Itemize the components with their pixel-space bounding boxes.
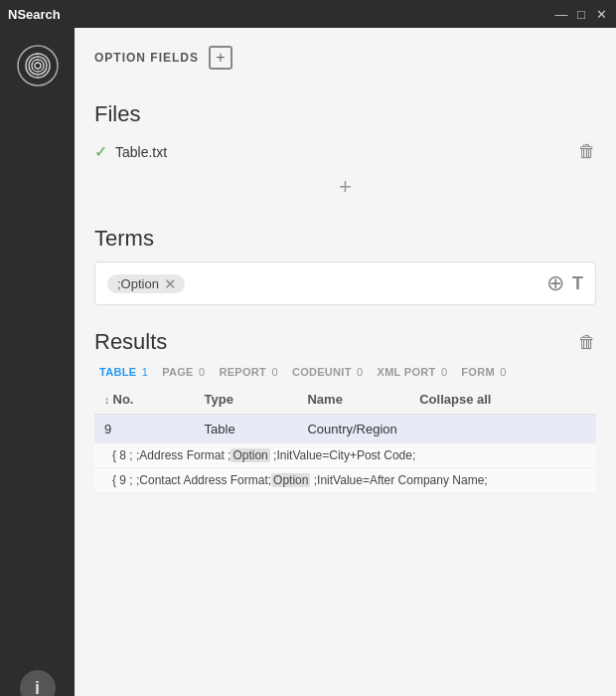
- row-name: Country/Region: [297, 415, 596, 444]
- results-table: ↕ No. Type Name Collapse all 9 Table: [94, 385, 596, 493]
- restore-button[interactable]: □: [574, 7, 588, 21]
- clear-results-button[interactable]: 🗑: [578, 332, 596, 353]
- sidebar: i: [0, 28, 75, 696]
- delete-file-button[interactable]: 🗑: [578, 141, 596, 162]
- tab-report[interactable]: REPORT 0: [214, 363, 282, 381]
- svg-point-0: [18, 46, 58, 86]
- tab-page[interactable]: PAGE 0: [157, 363, 210, 381]
- highlight-option-2: Option: [271, 473, 310, 487]
- collapse-all-button[interactable]: Collapse all: [409, 385, 596, 415]
- table-row[interactable]: 9 Table Country/Region: [94, 415, 596, 444]
- sort-icon: ↕: [104, 394, 110, 406]
- terms-section-title: Terms: [94, 226, 596, 252]
- add-term-button[interactable]: ⊕: [546, 270, 564, 296]
- terms-box: ;Option ✕ ⊕ T: [94, 261, 596, 305]
- col-no: ↕ No.: [94, 385, 195, 415]
- detail-row: { 8 ; ;Address Format ;Option ;InitValue…: [94, 443, 596, 468]
- files-section-title: Files: [94, 101, 596, 127]
- option-fields-label: OPTION FIELDS: [94, 51, 199, 65]
- terms-actions: ⊕ T: [546, 270, 583, 296]
- highlight-option-1: Option: [231, 448, 269, 462]
- file-row-left: ✓ Table.txt: [94, 142, 167, 161]
- col-name: Name: [297, 385, 409, 415]
- add-icon: +: [216, 50, 225, 66]
- check-icon: ✓: [94, 142, 107, 161]
- filter-tabs: TABLE 1 PAGE 0 REPORT 0 CODEUNIT 0 XML P…: [94, 363, 596, 381]
- detail-row: { 9 ; ;Contact Address Format;Option ;In…: [94, 468, 596, 493]
- add-option-fields-button[interactable]: +: [209, 46, 232, 70]
- detail-text: { 9 ; ;Contact Address Format;Option ;In…: [94, 468, 596, 493]
- remove-term-button[interactable]: ✕: [164, 276, 177, 291]
- tab-codeunit[interactable]: CODEUNIT 0: [287, 363, 369, 381]
- col-no-label: No.: [113, 392, 134, 407]
- row-type: Table: [195, 415, 298, 444]
- title-bar: NSearch — □ ✕: [0, 0, 616, 28]
- add-file-button[interactable]: +: [94, 166, 596, 208]
- tab-xmlport[interactable]: XML PORT 0: [373, 363, 453, 381]
- results-section-title: Results: [94, 329, 167, 355]
- tab-table[interactable]: TABLE 1: [94, 363, 153, 381]
- sidebar-bottom: i: [20, 670, 56, 696]
- main-content: OPTION FIELDS + Files ✓ Table.txt 🗑 + Te…: [75, 28, 616, 696]
- content-area: i OPTION FIELDS + Files ✓ Table.txt 🗑: [0, 28, 616, 696]
- terms-chips: ;Option ✕: [107, 274, 185, 293]
- option-fields-header: OPTION FIELDS +: [94, 28, 596, 84]
- file-name: Table.txt: [115, 144, 167, 160]
- col-type: Type: [195, 385, 298, 415]
- row-id: 9: [94, 415, 195, 444]
- results-header: Results 🗑: [94, 329, 596, 355]
- add-file-icon: +: [339, 174, 352, 200]
- logo-icon: [16, 44, 60, 87]
- info-icon: i: [35, 678, 40, 697]
- type-term-button[interactable]: T: [572, 273, 583, 294]
- minimize-button[interactable]: —: [554, 7, 568, 21]
- window-controls: — □ ✕: [554, 7, 608, 21]
- app-window: NSearch — □ ✕: [0, 0, 616, 696]
- app-title: NSearch: [8, 7, 61, 22]
- term-chip: ;Option ✕: [107, 274, 185, 293]
- term-chip-text: ;Option: [117, 276, 159, 291]
- close-button[interactable]: ✕: [594, 7, 608, 21]
- file-item: ✓ Table.txt 🗑: [94, 137, 596, 166]
- tab-form[interactable]: FORM 0: [456, 363, 511, 381]
- detail-text: { 8 ; ;Address Format ;Option ;InitValue…: [94, 443, 596, 468]
- info-button[interactable]: i: [20, 670, 56, 696]
